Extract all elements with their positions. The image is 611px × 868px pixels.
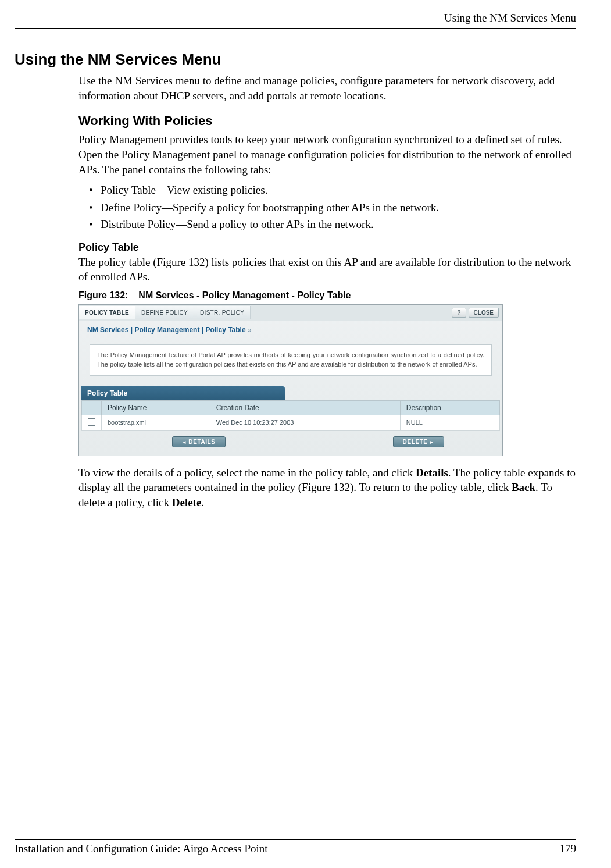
column-checkbox [82, 400, 102, 415]
figure-caption: Figure 132:NM Services - Policy Manageme… [78, 290, 576, 301]
table-row: bootstrap.xml Wed Dec 10 10:23:27 2003 N… [82, 415, 500, 430]
intro-paragraph: Use the NM Services menu to define and m… [78, 73, 576, 103]
info-box: The Policy Management feature of Portal … [90, 344, 492, 376]
button-row: DETAILS DELETE [79, 431, 502, 456]
list-item: Policy Table—View existing policies. [89, 182, 576, 198]
cell-description: NULL [400, 415, 499, 430]
column-description: Description [400, 400, 499, 415]
cell-policy-name: bootstrap.xml [102, 415, 210, 430]
details-button[interactable]: DETAILS [172, 436, 226, 447]
breadcrumb-text: NM Services | Policy Management | Policy… [87, 326, 246, 334]
column-policy-name: Policy Name [102, 400, 210, 415]
page-title: Using the NM Services Menu [15, 51, 576, 69]
figure-label: Figure 132: [78, 290, 128, 300]
closing-paragraph: To view the details of a policy, select … [78, 465, 576, 510]
page-footer: Installation and Configuration Guide: Ai… [15, 839, 576, 855]
tab-define-policy[interactable]: DEFINE POLICY [135, 306, 194, 319]
bold-delete: Delete [172, 496, 202, 508]
close-button[interactable]: CLOSE [469, 308, 499, 318]
table-header-row: Policy Name Creation Date Description [82, 400, 500, 415]
tab-distr-policy[interactable]: DISTR. POLICY [194, 306, 251, 319]
page-number: 179 [560, 842, 577, 855]
row-checkbox[interactable] [88, 418, 95, 426]
table-section-header: Policy Table [81, 386, 285, 400]
running-header: Using the NM Services Menu [15, 12, 576, 24]
footer-rule [15, 839, 576, 840]
list-item: Define Policy—Specify a policy for boots… [89, 199, 576, 216]
breadcrumb: NM Services | Policy Management | Policy… [79, 321, 502, 336]
policy-management-panel: POLICY TABLE DEFINE POLICY DISTR. POLICY… [78, 304, 503, 456]
tab-policy-table[interactable]: POLICY TABLE [79, 306, 135, 319]
policy-table: Policy Name Creation Date Description bo… [81, 400, 500, 431]
figure-title: NM Services - Policy Management - Policy… [138, 290, 351, 300]
cell-creation-date: Wed Dec 10 10:23:27 2003 [210, 415, 400, 430]
help-button[interactable]: ? [452, 308, 466, 318]
tab-list: Policy Table—View existing policies. Def… [89, 182, 576, 233]
chevron-right-icon: » [248, 326, 252, 333]
text-span: . [201, 496, 204, 508]
list-item: Distribute Policy—Send a policy to other… [89, 216, 576, 233]
column-creation-date: Creation Date [210, 400, 400, 415]
delete-button-label: DELETE [403, 439, 428, 445]
tab-bar: POLICY TABLE DEFINE POLICY DISTR. POLICY… [79, 305, 502, 321]
footer-left: Installation and Configuration Guide: Ai… [15, 842, 268, 855]
text-span: To view the details of a policy, select … [78, 467, 416, 479]
header-rule [15, 28, 576, 29]
policy-table-heading: Policy Table [78, 241, 576, 254]
delete-button[interactable]: DELETE [393, 436, 444, 447]
policy-table-paragraph: The policy table (Figure 132) lists poli… [78, 255, 576, 284]
bold-back: Back [512, 481, 535, 493]
policies-paragraph: Policy Management provides tools to keep… [78, 132, 576, 177]
subsection-heading: Working With Policies [78, 113, 576, 129]
details-button-label: DETAILS [188, 439, 215, 445]
bold-details: Details [416, 467, 448, 479]
